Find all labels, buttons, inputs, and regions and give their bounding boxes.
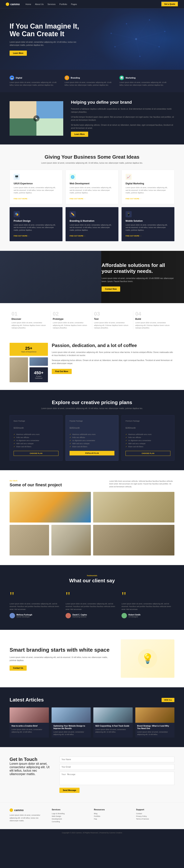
contact-desc: Lorem ipsum dolor sit amet, consectetur …	[9, 762, 52, 776]
service-icon-marketing: 📊 Marketing Lorem ipsum dolor sit amet, …	[119, 75, 175, 86]
helping-content: Helping you define your brand Parturient…	[71, 100, 175, 137]
helping-image: ▶	[9, 101, 63, 136]
contact-form: Send Message	[59, 757, 175, 793]
testimonial-1-avatar	[9, 613, 15, 618]
nav-services[interactable]: Services	[48, 3, 56, 5]
step-3-desc: Lorem ipsum dolor sit amet, consectetur …	[94, 321, 131, 330]
premium-feature-2: Felis nec efficitur	[126, 436, 171, 439]
affordable-section: Affordable solutions for all your creati…	[0, 251, 184, 303]
contact-message-input[interactable]	[59, 772, 175, 785]
nav-pages[interactable]: Pages	[71, 3, 77, 5]
uiux-title: UI/UX Experience	[13, 182, 58, 185]
step-4-num: 04	[135, 311, 173, 317]
footer-service-logo[interactable]: Logo & Branding	[52, 813, 90, 814]
business-subtitle: Lorem ipsum dolor sit amet, consectetur …	[9, 162, 175, 164]
helping-title: Helping you define your brand	[71, 100, 175, 105]
nav-about[interactable]: About Us	[35, 3, 43, 5]
helping-cta-button[interactable]: Learn More	[71, 132, 88, 137]
nav-links: Home About Us Services Portfolio Pages	[26, 3, 161, 5]
popular-plan-button[interactable]: POPULAR PLAN	[69, 451, 115, 456]
webdev-link[interactable]: FIND OUT MORE →	[69, 198, 86, 200]
footer-service-consulting[interactable]: Consulting	[52, 821, 90, 823]
nav-home[interactable]: Home	[26, 3, 31, 5]
mobile-link[interactable]: FIND OUT MORE →	[126, 235, 142, 237]
helping-para-1: Parturient a habitasse dapibus sollicitu…	[71, 107, 175, 114]
testimonials-header: Testimonials What our client say	[9, 575, 175, 584]
testimonial-1-role: Senior Developer	[17, 616, 32, 618]
basic-feature-3: Ac dignissim arcu consectetur	[13, 439, 58, 442]
contact-section: Get In Touch Lorem ipsum dolor sit amet,…	[0, 747, 184, 803]
digmktg-icon-box: 📈	[126, 174, 132, 180]
service-card-proddesign: 🎭 Product Design Lorem ipsum dolor sit a…	[9, 207, 62, 242]
premium-feature-5: Etiam sed elit libero	[126, 445, 171, 448]
article-body-3: SEO Copywriting: A Fast Track Guide Lore…	[93, 723, 133, 735]
branding-cta-button[interactable]: Contact Us	[9, 665, 27, 671]
articles-header: Latest Articles VIEW ALL	[9, 697, 175, 703]
article-card-4: Brand Strategy: What is it and Why You N…	[135, 707, 175, 738]
premium-feature-3: Ac dignissim arcu consectetur	[126, 439, 171, 442]
project-image-3	[9, 525, 49, 556]
footer-resource-blog[interactable]: Blog	[94, 813, 132, 814]
digmktg-desc: Lorem ipsum dolor sit amet, consectetur …	[126, 186, 171, 194]
about-title: Passion, dedication, and a lot of coffee	[52, 343, 175, 348]
about-content: Passion, dedication, and a lot of coffee…	[52, 343, 175, 382]
footer-col-support: Support Contact Privacy Policy Terms of …	[136, 808, 175, 824]
service-digital-title: 💻 Digital	[9, 75, 61, 80]
play-button[interactable]: ▶	[33, 115, 39, 122]
nav-cta-button[interactable]: Get a Quote	[161, 2, 178, 7]
footer-copyright: Copyright © 2023 Cammo. All Rights Reser…	[62, 832, 122, 834]
article-title-3: SEO Copywriting: A Fast Track Guide	[95, 725, 131, 727]
testimonial-2-text: Lorem ipsum dolor sit amet, consectetur …	[66, 602, 118, 611]
pricing-grid: Basic Package $150/month Maximus sollici…	[9, 415, 175, 461]
step-2-title: Prototype	[53, 318, 90, 320]
articles-section: Latest Articles VIEW ALL How to write a …	[0, 687, 184, 747]
contact-info: Get In Touch Lorem ipsum dolor sit amet,…	[9, 757, 52, 793]
branding-desc: Lorem ipsum dolor sit amet, consectetur …	[9, 656, 113, 662]
stat-projects: 450+ Project Delivered	[30, 367, 48, 382]
premium-plan-button[interactable]: CHOOSE PLAN	[126, 451, 171, 456]
contact-send-button[interactable]: Send Message	[59, 788, 80, 793]
nav-portfolio[interactable]: Portfolio	[59, 3, 67, 5]
footer-resource-faq[interactable]: Faq	[94, 818, 132, 820]
uiux-link[interactable]: FIND OUT MORE →	[13, 198, 30, 200]
article-card-3: SEO Copywriting: A Fast Track Guide Lore…	[93, 707, 133, 738]
article-body-1: How to write a Creative Brief Lorem ipsu…	[9, 723, 49, 735]
articles-title: Latest Articles	[9, 697, 44, 703]
about-cta-button[interactable]: Find Out More	[52, 369, 72, 374]
branding-image: 💡	[121, 640, 175, 678]
digmktg-link[interactable]: FIND OUT MORE →	[126, 198, 142, 200]
article-card-2: Optimizing Your Website Design to Improv…	[52, 707, 91, 738]
articles-view-all-button[interactable]: VIEW ALL	[161, 698, 175, 702]
mobile-icon-box: 📱	[126, 211, 132, 217]
contact-name-input[interactable]	[59, 757, 175, 762]
contact-email-input[interactable]	[59, 764, 175, 770]
article-desc-4: Lorem ipsum dolor sit amet, consectetur …	[137, 731, 173, 736]
affordable-cta-button[interactable]: Contact Now	[101, 286, 120, 291]
helping-para-2: Ut facilisi tempor tincidunt quam class …	[71, 116, 175, 122]
articles-grid: How to write a Creative Brief Lorem ipsu…	[9, 707, 175, 738]
branding-section: Smart branding starts with white space L…	[0, 630, 184, 687]
basic-plan-button[interactable]: CHOOSE PLAN	[13, 451, 58, 456]
footer-support-privacy[interactable]: Privacy Policy	[136, 815, 175, 817]
services-icons-section: 💻 Digital Lorem ipsum dolor sit amet, co…	[0, 70, 184, 92]
proddesign-icon-box: 🎭	[13, 211, 20, 217]
footer-support-terms[interactable]: Terms of Service	[136, 818, 175, 820]
logo[interactable]: cammo	[6, 2, 20, 6]
hero-content: If You Can Imagine It, We Can Create It …	[9, 23, 83, 56]
testimonial-1-text: Lorem ipsum dolor sit amet, consectetur …	[9, 602, 62, 611]
testimonial-3-name: Robert Smith	[128, 614, 141, 616]
service-card-uiux: 🖥️ UI/UX Experience Lorem ipsum dolor si…	[9, 170, 62, 204]
proddesign-link[interactable]: FIND OUT MORE →	[13, 235, 30, 237]
article-title-1: How to write a Creative Brief	[11, 725, 47, 727]
service-marketing-desc: Lorem ipsum dolor sit amet, consectetur …	[119, 81, 171, 86]
footer-service-development[interactable]: Development	[52, 818, 90, 820]
service-card-webdev: 🌐 Web Development Lorem ipsum dolor sit …	[66, 170, 118, 204]
footer-service-webdesign[interactable]: Web Design	[52, 815, 90, 817]
service-card-digmktg: 📈 Digital Marketing Lorem ipsum dolor si…	[122, 170, 175, 204]
footer-support-contact[interactable]: Contact	[136, 813, 175, 814]
branding-link[interactable]: FIND OUT MORE →	[69, 235, 86, 237]
hero-cta-button[interactable]: Learn More	[9, 51, 27, 56]
footer-main: cammo Lorem ipsum dolor sit amet, consec…	[0, 803, 184, 829]
footer-support-title: Support	[136, 808, 175, 811]
footer-resource-portfolio[interactable]: Portfolio	[94, 815, 132, 817]
